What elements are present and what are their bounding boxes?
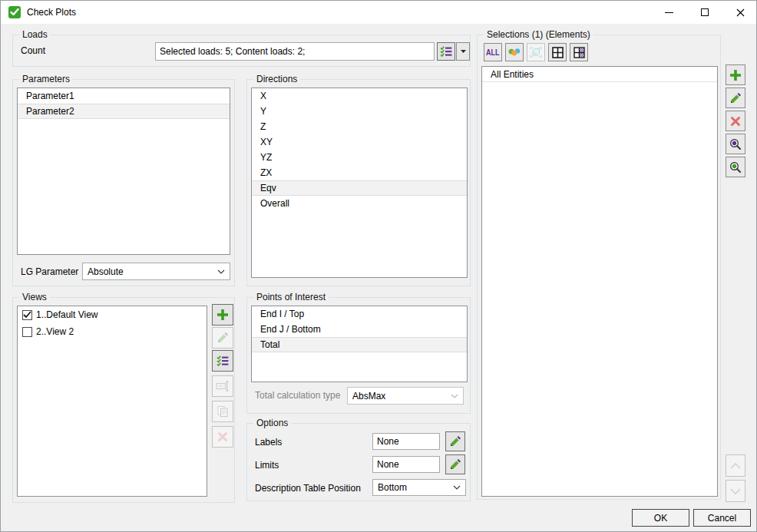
- direction-item[interactable]: Overall: [252, 196, 467, 211]
- direction-item[interactable]: Z: [252, 119, 467, 134]
- plus-icon: [729, 69, 742, 81]
- view-item[interactable]: 1..Default View: [18, 306, 207, 323]
- move-up-button: [726, 454, 745, 477]
- maximize-icon: [701, 8, 709, 16]
- limits-label: Limits: [255, 460, 279, 471]
- labels-field[interactable]: None: [372, 433, 440, 450]
- maximize-button[interactable]: [688, 1, 722, 24]
- selection-item[interactable]: All Entities: [482, 67, 717, 82]
- directions-group: Directions X Y Z XY YZ ZX Eqv Overall: [246, 79, 471, 286]
- minimize-button[interactable]: [652, 1, 686, 24]
- total-calc-type-value: AbsMax: [352, 391, 385, 401]
- direction-item[interactable]: Y: [252, 104, 467, 119]
- loads-legend: Loads: [19, 29, 51, 40]
- cancel-button[interactable]: Cancel: [693, 509, 751, 527]
- selection-delete-button[interactable]: [726, 111, 745, 131]
- chevron-down-icon: [451, 394, 458, 398]
- view-checkbox[interactable]: [22, 310, 32, 320]
- view-label: 1..Default View: [36, 309, 98, 320]
- selections-group: Selections (1) (Elements) ALL: [477, 35, 721, 500]
- grid-icon: [552, 47, 564, 58]
- view-add-button[interactable]: [212, 304, 233, 325]
- directions-legend: Directions: [253, 74, 300, 84]
- labels-label: Labels: [255, 437, 282, 448]
- view-item[interactable]: 2..View 2: [18, 323, 207, 340]
- count-field[interactable]: Selected loads: 5; Content loads: 2;: [155, 42, 435, 61]
- load-checklist-button[interactable]: [437, 42, 455, 61]
- selection-edit-button[interactable]: [726, 88, 745, 108]
- view-edit-button: [212, 327, 233, 349]
- labels-edit-button[interactable]: [445, 431, 465, 451]
- points-of-interest-group: Points of Interest End I / Top End J / B…: [246, 297, 471, 414]
- window-title: Check Plots: [27, 7, 76, 18]
- zoom-selected-button[interactable]: [726, 134, 745, 154]
- view-checklist-button[interactable]: [212, 350, 233, 372]
- lg-parameter-value: Absolute: [88, 266, 124, 277]
- titlebar: Check Plots: [1, 1, 757, 24]
- point-item[interactable]: End I / Top: [252, 306, 467, 322]
- view-delete-button: [212, 426, 233, 448]
- views-group: Views 1..Default View 2..View 2: [12, 297, 235, 503]
- points-legend: Points of Interest: [253, 292, 329, 302]
- checklist-icon: [440, 46, 452, 57]
- select-by-color-button[interactable]: [505, 43, 524, 61]
- move-down-button: [726, 480, 745, 502]
- description-table-position-combo[interactable]: Bottom: [372, 479, 466, 496]
- views-list: 1..Default View 2..View 2: [17, 306, 207, 497]
- view-label: 2..View 2: [36, 326, 74, 337]
- options-legend: Options: [253, 418, 291, 428]
- magnifier-purple-icon: [729, 138, 742, 150]
- lg-parameter-label: LG Parameter: [21, 266, 78, 277]
- app-check-icon: [8, 6, 21, 18]
- select-all-button[interactable]: ALL: [484, 43, 502, 61]
- selection-add-button[interactable]: [726, 64, 745, 85]
- limits-field[interactable]: None: [372, 456, 440, 473]
- pencil-icon: [729, 92, 742, 104]
- point-item-selected[interactable]: Total: [252, 337, 467, 352]
- close-icon: [736, 8, 745, 17]
- parameter-item[interactable]: Parameter1: [18, 88, 230, 104]
- select-entity-icon: [529, 46, 543, 58]
- total-calc-type-combo: AbsMax: [347, 387, 464, 405]
- limits-edit-button[interactable]: [445, 454, 465, 474]
- checklist-icon: [217, 355, 229, 366]
- all-icon: ALL: [486, 48, 500, 57]
- pencil-icon: [449, 435, 461, 448]
- options-group: Options Labels None Limits None Descript…: [246, 423, 471, 501]
- lg-parameter-combo[interactable]: Absolute: [82, 263, 230, 280]
- check-plots-dialog: Check Plots Loads Count Selected loads: …: [0, 0, 757, 532]
- view-rename-button: [212, 375, 233, 397]
- zoom-visible-button[interactable]: [726, 157, 745, 177]
- loads-group: Loads Count Selected loads: 5; Content l…: [12, 35, 471, 67]
- grid-partial-icon: [574, 47, 585, 58]
- magnifier-green-icon: [729, 161, 742, 173]
- views-legend: Views: [19, 292, 50, 302]
- close-button[interactable]: [723, 1, 757, 24]
- ok-button[interactable]: OK: [632, 509, 689, 527]
- direction-item[interactable]: YZ: [252, 150, 467, 165]
- select-entity-button: [527, 43, 545, 61]
- select-grid-button[interactable]: [548, 43, 567, 61]
- chevron-down-icon: [729, 488, 742, 494]
- parameters-list: Parameter1 Parameter2: [17, 88, 230, 255]
- select-grid-partial-button[interactable]: [570, 43, 588, 61]
- parameter-item-selected[interactable]: Parameter2: [18, 104, 230, 119]
- load-dropdown-button[interactable]: [456, 42, 470, 61]
- view-checkbox[interactable]: [22, 327, 32, 337]
- minimize-icon: [665, 12, 673, 13]
- points-list: End I / Top End J / Bottom Total: [251, 306, 468, 382]
- parameters-legend: Parameters: [19, 74, 73, 84]
- pencil-icon: [449, 458, 461, 471]
- delete-x-icon: [217, 431, 228, 442]
- parameters-group: Parameters Parameter1 Parameter2 LG Para…: [12, 79, 235, 286]
- direction-item[interactable]: XY: [252, 134, 467, 150]
- chevron-down-icon: [453, 485, 461, 490]
- point-item[interactable]: End J / Bottom: [252, 322, 467, 337]
- direction-item[interactable]: X: [252, 88, 467, 104]
- copy-icon: [217, 405, 229, 418]
- direction-item[interactable]: ZX: [252, 165, 467, 180]
- plus-icon: [217, 309, 229, 321]
- direction-item-selected[interactable]: Eqv: [252, 180, 467, 196]
- dropdown-arrow-icon: [461, 50, 466, 53]
- view-copy-button: [212, 401, 233, 422]
